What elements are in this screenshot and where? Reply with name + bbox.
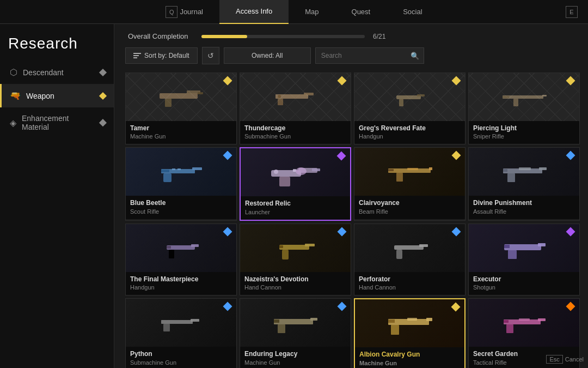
weapon-card-executor[interactable]: Executor Shotgun (468, 224, 580, 295)
main-container: Research ⬡ Descendant 🔫 Weapon ◈ Enhance… (0, 24, 588, 368)
svg-rect-10 (417, 94, 425, 96)
svg-rect-63 (388, 319, 395, 323)
piercing-type: Sniper Rifle (473, 133, 575, 140)
tamer-silhouette (157, 82, 206, 112)
weapon-card-gregs[interactable]: Greg's Reversed Fate Handgun (354, 73, 465, 144)
weapon-restored-relic-image (241, 148, 350, 196)
svg-rect-66 (506, 324, 513, 333)
sort-button[interactable]: Sort by: Default (125, 47, 198, 64)
reset-button[interactable]: ↺ (202, 47, 219, 64)
weapon-executor-info: Executor Shotgun (469, 272, 579, 295)
svg-rect-31 (388, 169, 394, 171)
owned-filter-button[interactable]: Owned: All (224, 47, 311, 64)
nazeistra-rarity-icon (339, 227, 347, 236)
reset-icon: ↺ (207, 51, 214, 60)
right-key: E (566, 6, 578, 18)
albion-cavalry-silhouette (385, 307, 434, 340)
weapon-card-clairvoyance[interactable]: Clairvoyance Beam Rifle (354, 147, 465, 220)
weapon-card-perforator[interactable]: Perforator Hand Cannon (354, 224, 465, 295)
nav-item-journal[interactable]: Q Journal (149, 0, 219, 24)
python-rarity-icon (224, 302, 233, 311)
journal-key: Q (166, 6, 177, 18)
svg-rect-17 (192, 167, 202, 170)
perforator-rarity-icon (453, 227, 462, 236)
svg-rect-23 (279, 177, 290, 186)
weapon-card-nazeistra[interactable]: Nazeistra's Devotion Hand Cannon (240, 224, 351, 295)
weapon-card-divine-punishment[interactable]: Divine Punishment Assault Rifle (468, 147, 580, 220)
progress-bar-fill (201, 35, 247, 38)
svg-rect-62 (426, 318, 432, 321)
svg-rect-3 (198, 92, 203, 94)
search-icon[interactable]: 🔍 (406, 52, 424, 60)
sidebar-enhancement-label: Enhancement Material (22, 114, 95, 131)
nav-item-map[interactable]: Map (289, 0, 335, 24)
svg-rect-58 (310, 318, 317, 321)
tamer-rarity-icon (224, 76, 233, 85)
sidebar-item-enhancement[interactable]: ◈ Enhancement Material (0, 107, 114, 138)
thundercage-rarity-icon (339, 76, 347, 85)
gregs-silhouette (385, 82, 434, 112)
descendant-diamond (99, 68, 107, 76)
weapon-clairvoyance-image (354, 148, 465, 196)
owned-label: Owned: All (252, 52, 283, 59)
thundercage-type: Submachine Gun (244, 133, 346, 140)
svg-rect-13 (542, 95, 547, 96)
svg-rect-24 (274, 170, 278, 174)
svg-rect-39 (169, 250, 174, 258)
tamer-name: Tamer (130, 124, 232, 132)
weapon-card-tamer[interactable]: Tamer Machine Gun (125, 73, 237, 144)
python-silhouette (157, 306, 206, 339)
search-input[interactable] (316, 48, 406, 63)
svg-point-7 (278, 95, 281, 98)
weapon-nazeistra-info: Nazeistra's Devotion Hand Cannon (240, 272, 351, 295)
divine-punishment-name: Divine Punishment (473, 199, 575, 207)
svg-rect-0 (160, 93, 198, 99)
restored-relic-name: Restored Relic (245, 200, 346, 207)
enhancement-icon: ◈ (10, 118, 16, 128)
svg-rect-41 (167, 246, 171, 249)
svg-point-26 (296, 167, 307, 175)
tamer-rarity-diamond (223, 76, 232, 86)
nav-item-social[interactable]: Social (387, 0, 438, 24)
nav-journal-label: Journal (180, 8, 203, 16)
weapon-card-thundercage[interactable]: Thundercage Submachine Gun (240, 73, 351, 144)
svg-rect-45 (279, 245, 283, 248)
enduring-legacy-silhouette (271, 306, 320, 339)
python-type: Submachine Gun (130, 359, 232, 366)
nav-item-access-info[interactable]: Access Info (219, 0, 289, 24)
svg-rect-64 (407, 318, 417, 321)
final-masterpiece-rarity-icon (224, 227, 233, 236)
svg-rect-55 (191, 319, 199, 322)
svg-rect-19 (172, 168, 175, 170)
svg-rect-53 (161, 320, 193, 324)
weapon-card-final-masterpiece[interactable]: The Final Masterpiece Handgun (125, 224, 237, 295)
svg-rect-32 (407, 168, 418, 170)
weapon-gregs-image (354, 73, 465, 121)
executor-silhouette (500, 232, 549, 264)
weapon-restored-relic-info: Restored Relic Launcher (241, 196, 350, 219)
secret-garden-silhouette (500, 306, 549, 339)
svg-rect-36 (503, 169, 507, 172)
blue-beetle-type: Scout Rifle (130, 208, 232, 215)
weapon-piercing-image (469, 73, 579, 121)
gregs-rarity-icon (453, 76, 462, 85)
weapon-card-enduring-legacy[interactable]: Enduring Legacy Machine Gun (240, 298, 351, 368)
sidebar-item-weapon[interactable]: 🔫 Weapon (0, 84, 114, 107)
top-navigation: Q Journal Access Info Map Quest Social E (0, 0, 588, 24)
weapon-diamond (99, 92, 107, 99)
svg-rect-42 (279, 245, 309, 250)
sort-icon (133, 53, 141, 58)
weapon-card-blue-beetle[interactable]: Blue Beetle Scout Rifle (125, 147, 237, 220)
svg-rect-57 (278, 324, 285, 333)
tamer-type: Machine Gun (130, 133, 232, 140)
nav-item-quest[interactable]: Quest (335, 0, 387, 24)
weapons-grid: Tamer Machine Gun (125, 73, 580, 368)
weapon-card-restored-relic[interactable]: Restored Relic Launcher (240, 147, 351, 220)
nazeistra-silhouette (271, 232, 320, 264)
thundercage-name: Thundercage (244, 124, 346, 132)
weapon-card-albion-cavalry[interactable]: Albion Cavalry Gun Machine Gun (354, 298, 465, 368)
weapon-card-piercing[interactable]: Piercing Light Sniper Rifle (468, 73, 580, 144)
weapon-card-python[interactable]: Python Submachine Gun (125, 298, 237, 368)
divine-punishment-rarity-icon (567, 151, 576, 160)
sidebar-item-descendant[interactable]: ⬡ Descendant (0, 61, 114, 84)
